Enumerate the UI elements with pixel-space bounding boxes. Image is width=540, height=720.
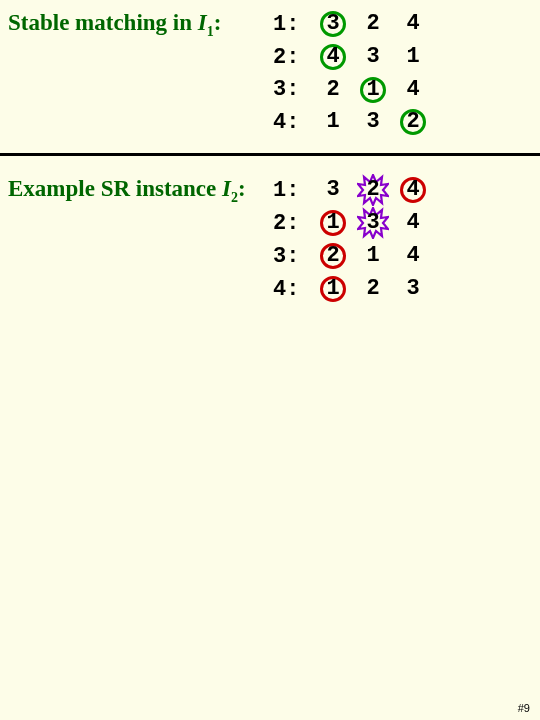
pref-cell: 4 — [393, 240, 433, 272]
label-var: I — [222, 176, 231, 201]
pref-row: 1:324 — [273, 8, 433, 41]
pref-cell: 3 — [313, 174, 353, 206]
pref-cell: 2 — [313, 74, 353, 106]
row-id: 2: — [273, 42, 313, 74]
row-id: 3: — [273, 74, 313, 106]
section1-preferences: 1:3242:4313:2144:132 — [273, 8, 433, 139]
pref-row: 1:324 — [273, 174, 433, 207]
pref-row: 2:431 — [273, 41, 433, 74]
pref-row: 3:214 — [273, 240, 433, 273]
pref-cell: 1 — [313, 273, 353, 305]
pref-cell: 3 — [353, 41, 393, 73]
pref-value: 3 — [366, 44, 379, 69]
pref-cell: 2 — [313, 240, 353, 272]
pref-cell: 1 — [353, 74, 393, 106]
section-stable-matching: Stable matching in I1: 1:3242:4313:2144:… — [0, 0, 540, 147]
section2-preferences: 1:3242:1343:2144:123 — [273, 174, 433, 305]
pref-value: 2 — [366, 11, 379, 36]
label-sub: 1 — [207, 24, 214, 39]
row-id: 2: — [273, 208, 313, 240]
pref-value: 1 — [326, 210, 339, 235]
pref-cell: 4 — [393, 207, 433, 239]
pref-value: 2 — [366, 276, 379, 301]
pref-value: 1 — [326, 276, 339, 301]
label-text: Stable matching in — [8, 10, 198, 35]
pref-cell: 4 — [393, 174, 433, 206]
pref-cell: 1 — [313, 207, 353, 239]
pref-value: 4 — [406, 77, 419, 102]
pref-value: 2 — [326, 243, 339, 268]
pref-row: 2:134 — [273, 207, 433, 240]
pref-value: 4 — [326, 44, 339, 69]
divider — [0, 153, 540, 156]
pref-cell: 3 — [353, 207, 393, 239]
pref-value: 4 — [406, 177, 419, 202]
label-var: I — [198, 10, 207, 35]
pref-cell: 1 — [313, 106, 353, 138]
pref-cell: 2 — [353, 174, 393, 206]
section1-label: Stable matching in I1: — [8, 8, 273, 40]
pref-cell: 2 — [353, 8, 393, 40]
pref-value: 4 — [406, 11, 419, 36]
section2-label: Example SR instance I2: — [8, 174, 273, 206]
pref-row: 4:132 — [273, 106, 433, 139]
row-id: 4: — [273, 107, 313, 139]
row-id: 3: — [273, 241, 313, 273]
pref-cell: 4 — [393, 74, 433, 106]
pref-value: 3 — [366, 210, 379, 235]
pref-value: 1 — [326, 109, 339, 134]
pref-cell: 4 — [393, 8, 433, 40]
pref-value: 2 — [366, 177, 379, 202]
section-sr-instance: Example SR instance I2: 1:3242:1343:2144… — [0, 166, 540, 313]
row-id: 1: — [273, 9, 313, 41]
pref-value: 4 — [406, 243, 419, 268]
label-text: Example SR instance — [8, 176, 222, 201]
pref-value: 3 — [326, 177, 339, 202]
pref-value: 2 — [406, 109, 419, 134]
pref-cell: 1 — [353, 240, 393, 272]
page-number: #9 — [518, 702, 530, 714]
pref-value: 3 — [326, 11, 339, 36]
pref-cell: 2 — [393, 106, 433, 138]
pref-cell: 3 — [313, 8, 353, 40]
label-sub: 2 — [231, 190, 238, 205]
pref-value: 1 — [406, 44, 419, 69]
pref-value: 3 — [366, 109, 379, 134]
row-id: 1: — [273, 175, 313, 207]
pref-cell: 3 — [353, 106, 393, 138]
pref-cell: 3 — [393, 273, 433, 305]
pref-value: 2 — [326, 77, 339, 102]
pref-value: 3 — [406, 276, 419, 301]
pref-cell: 4 — [313, 41, 353, 73]
pref-value: 4 — [406, 210, 419, 235]
pref-cell: 1 — [393, 41, 433, 73]
row-id: 4: — [273, 274, 313, 306]
pref-value: 1 — [366, 243, 379, 268]
pref-row: 4:123 — [273, 273, 433, 306]
pref-cell: 2 — [353, 273, 393, 305]
pref-value: 1 — [366, 77, 379, 102]
pref-row: 3:214 — [273, 74, 433, 107]
